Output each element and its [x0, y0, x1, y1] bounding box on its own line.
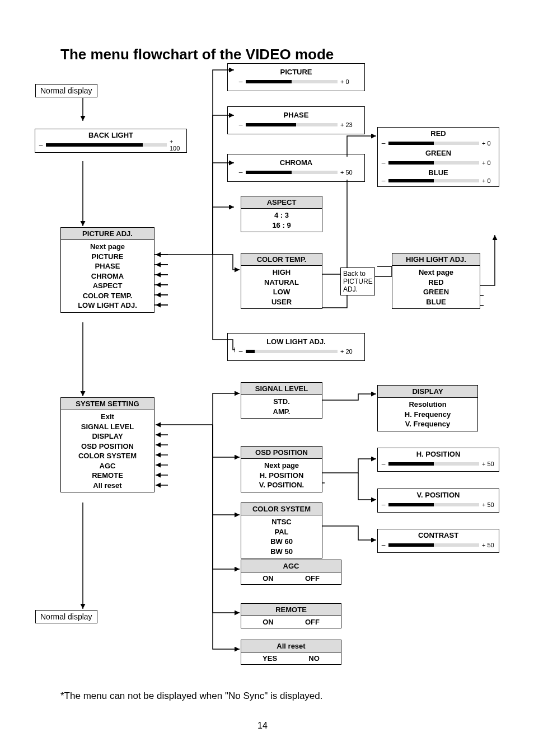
remote-menu: REMOTE ON OFF	[241, 603, 341, 628]
signal-level-title: SIGNAL LEVEL	[241, 383, 322, 395]
menu-item: All reset	[61, 481, 154, 491]
blue-title: BLUE	[378, 167, 499, 179]
menu-item: H. POSITION	[241, 471, 322, 481]
slider-track	[46, 143, 167, 147]
menu-item: V. Frequency	[378, 419, 477, 429]
high-light-adj-menu: HIGH LIGHT ADJ. Next page RED GREEN BLUE	[392, 253, 480, 309]
normal-display-top: Normal display	[35, 84, 97, 97]
minus-icon: –	[38, 141, 44, 149]
menu-item: CHROMA	[61, 271, 154, 281]
contrast-value: + 50	[481, 542, 496, 548]
menu-item: ASPECT	[61, 281, 154, 291]
remote-title: REMOTE	[241, 604, 341, 616]
menu-item: PHASE	[61, 261, 154, 271]
osd-position-menu: OSD POSITION Next page H. POSITION V. PO…	[241, 446, 322, 492]
minus-icon: –	[380, 460, 387, 468]
h-position-title: H. POSITION	[378, 448, 499, 460]
color-temp-menu: COLOR TEMP. HIGH NATURAL LOW USER	[241, 253, 322, 309]
menu-item: 16 : 9	[241, 220, 322, 231]
minus-icon: –	[380, 501, 387, 509]
agc-on: ON	[263, 574, 274, 583]
back-light-title: BACK LIGHT	[35, 129, 186, 141]
picture-adj-menu: PICTURE ADJ. Next page PICTURE PHASE CHR…	[60, 227, 154, 313]
all-reset-no: NO	[308, 654, 320, 663]
v-position-value: + 50	[481, 501, 496, 508]
menu-item: NATURAL	[241, 278, 322, 288]
slider-track	[388, 142, 479, 145]
menu-item: DISPLAY	[61, 431, 154, 442]
menu-item: RED	[392, 278, 480, 288]
slider-track	[388, 462, 479, 466]
remote-off: OFF	[305, 618, 320, 626]
h-position-box: H. POSITION – + 50	[377, 448, 499, 472]
menu-item: COLOR SYSTEM	[61, 451, 154, 461]
display-menu: DISPLAY Resolution H. Frequency V. Frequ…	[377, 385, 478, 431]
menu-item: HIGH	[241, 267, 322, 278]
menu-item: Resolution	[378, 400, 477, 410]
menu-item: USER	[241, 297, 322, 307]
red-title: RED	[378, 128, 499, 139]
menu-item: BLUE	[392, 297, 480, 307]
menu-item: PAL	[241, 527, 322, 537]
menu-item: AMP.	[241, 407, 322, 417]
all-reset-menu: All reset YES NO	[241, 640, 341, 665]
osd-position-title: OSD POSITION	[241, 447, 322, 459]
v-position-box: V. POSITION – + 50	[377, 489, 499, 513]
blue-value: + 0	[481, 177, 496, 184]
menu-item: NTSC	[241, 517, 322, 527]
slider-track	[388, 543, 479, 547]
rgb-box: RED – + 0 GREEN – + 0 BLUE – + 0	[377, 127, 499, 187]
menu-item: AGC	[61, 461, 154, 471]
all-reset-yes: YES	[263, 654, 277, 663]
menu-item: LOW	[241, 287, 322, 297]
minus-icon: –	[380, 159, 387, 167]
picture-adj-title: PICTURE ADJ.	[61, 228, 154, 240]
menu-item: H. Frequency	[378, 410, 477, 420]
minus-icon: –	[380, 139, 387, 147]
contrast-box: CONTRAST – + 50	[377, 529, 499, 553]
system-setting-title: SYSTEM SETTING	[61, 398, 154, 410]
menu-item: LOW LIGHT ADJ.	[61, 300, 154, 311]
menu-item: OSD POSITION	[61, 442, 154, 452]
slider-track	[388, 161, 479, 165]
high-light-adj-title: HIGH LIGHT ADJ.	[392, 253, 480, 266]
menu-item: STD.	[241, 397, 322, 407]
back-note: Back to PICTURE ADJ.	[340, 267, 375, 295]
menu-item: BW 50	[241, 547, 322, 557]
all-reset-title: All reset	[241, 640, 341, 652]
menu-item: SIGNAL LEVEL	[61, 422, 154, 432]
menu-item: V. POSITION.	[241, 480, 322, 490]
aspect-title: ASPECT	[241, 196, 322, 209]
menu-item: COLOR TEMP.	[61, 291, 154, 301]
menu-item: Next page	[392, 267, 480, 278]
menu-item: GREEN	[392, 287, 480, 297]
normal-display-bottom: Normal display	[35, 610, 97, 623]
agc-off: OFF	[305, 574, 320, 583]
minus-icon: –	[380, 541, 387, 549]
menu-item: REMOTE	[61, 471, 154, 481]
v-position-title: V. POSITION	[378, 489, 499, 501]
menu-item: Next page	[61, 242, 154, 252]
menu-item: BW 60	[241, 537, 322, 547]
menu-item: Exit	[61, 412, 154, 422]
back-light-value: + 100	[168, 138, 184, 152]
slider-track	[388, 503, 479, 506]
signal-level-menu: SIGNAL LEVEL STD. AMP.	[241, 382, 322, 419]
agc-title: AGC	[241, 560, 341, 572]
menu-item: 4 : 3	[241, 210, 322, 220]
back-light-box: BACK LIGHT – + 100	[35, 129, 187, 153]
green-value: + 0	[481, 159, 496, 166]
h-position-value: + 50	[481, 461, 496, 467]
minus-icon: –	[380, 177, 387, 185]
display-title: DISPLAY	[378, 386, 477, 398]
slider-track	[388, 179, 479, 182]
aspect-menu: ASPECT 4 : 3 16 : 9	[241, 196, 322, 232]
color-system-title: COLOR SYSTEM	[241, 503, 322, 515]
agc-menu: AGC ON OFF	[241, 560, 341, 585]
page-title: The menu flowchart of the VIDEO mode	[60, 46, 334, 63]
menu-item: Next page	[241, 461, 322, 471]
footnote: *The menu can not be displayed when "No …	[60, 691, 323, 702]
page-number: 14	[257, 721, 268, 731]
contrast-title: CONTRAST	[378, 529, 499, 541]
red-value: + 0	[481, 140, 496, 147]
